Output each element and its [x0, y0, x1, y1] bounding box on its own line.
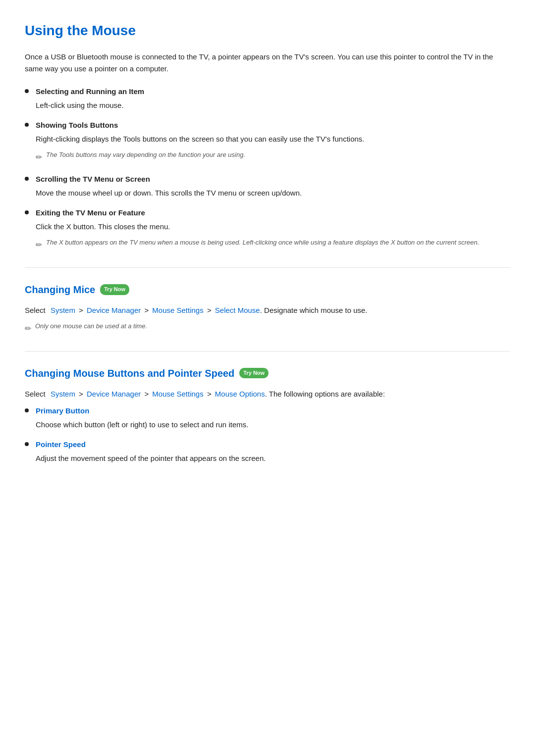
- note-changing-mice: ✏ Only one mouse can be used at a time.: [25, 321, 510, 335]
- changing-mice-title: Changing Mice Try Now: [25, 282, 510, 298]
- bullet-dot: [25, 89, 29, 93]
- bullet-content-3: Scrolling the TV Menu or Screen Move the…: [36, 173, 510, 199]
- bullet-dot-2: [25, 123, 29, 127]
- note-text-3: Only one mouse can be used at a time.: [35, 321, 147, 332]
- nav-suffix-2: . The following options are available:: [265, 390, 385, 398]
- note-text-2: The X button appears on the TV menu when…: [46, 238, 479, 248]
- list-item-primary-button: Primary Button Choose which button (left…: [25, 405, 510, 431]
- list-item-showing-tools: Showing Tools Buttons Right-clicking dis…: [25, 119, 510, 166]
- list-item-exiting: Exiting the TV Menu or Feature Click the…: [25, 207, 510, 253]
- nav-arrow-3: >: [207, 306, 214, 314]
- nav-select-mouse[interactable]: Select Mouse: [215, 306, 260, 314]
- pencil-icon-3: ✏: [25, 322, 31, 335]
- bullet-title-exiting: Exiting the TV Menu or Feature: [36, 207, 510, 219]
- note-text-1: The Tools buttons may vary depending on …: [46, 150, 245, 160]
- list-item-selecting: Selecting and Running an Item Left-click…: [25, 86, 510, 111]
- changing-mouse-buttons-label: Changing Mouse Buttons and Pointer Speed: [25, 365, 234, 381]
- bullet-content-5: Primary Button Choose which button (left…: [36, 405, 510, 431]
- nav-arrow-1: >: [79, 306, 85, 314]
- try-now-badge-1[interactable]: Try Now: [100, 284, 129, 295]
- nav-suffix-1: . Designate which mouse to use.: [260, 306, 368, 314]
- bullet-title-primary-button[interactable]: Primary Button: [36, 405, 510, 417]
- pencil-icon-1: ✏: [36, 151, 42, 164]
- section-divider-2: [25, 351, 510, 352]
- changing-mice-nav: Select System > Device Manager > Mouse S…: [25, 304, 510, 316]
- bullet-body-exiting: Click the X button. This closes the menu…: [36, 222, 170, 231]
- bullet-content-4: Exiting the TV Menu or Feature Click the…: [36, 207, 510, 253]
- nav-system-2[interactable]: System: [51, 390, 75, 398]
- bullet-body-scrolling: Move the mouse wheel up or down. This sc…: [36, 189, 302, 197]
- nav-device-manager-1[interactable]: Device Manager: [87, 306, 141, 314]
- page-title: Using the Mouse: [25, 20, 510, 42]
- bullet-body-pointer-speed: Adjust the movement speed of the pointer…: [36, 454, 266, 462]
- changing-mouse-buttons-title: Changing Mouse Buttons and Pointer Speed…: [25, 365, 510, 381]
- bullet-title-showing: Showing Tools Buttons: [36, 119, 510, 131]
- nav-mouse-options[interactable]: Mouse Options: [215, 390, 265, 398]
- section-changing-mouse-buttons: Changing Mouse Buttons and Pointer Speed…: [25, 365, 510, 464]
- intro-text: Once a USB or Bluetooth mouse is connect…: [25, 51, 510, 75]
- bullet-content: Selecting and Running an Item Left-click…: [36, 86, 510, 111]
- bullet-title-pointer-speed[interactable]: Pointer Speed: [36, 439, 510, 451]
- pencil-icon-2: ✏: [36, 239, 42, 252]
- try-now-badge-2[interactable]: Try Now: [239, 368, 268, 379]
- bullet-title-scrolling: Scrolling the TV Menu or Screen: [36, 173, 510, 185]
- note-showing-tools: ✏ The Tools buttons may vary depending o…: [36, 150, 510, 164]
- nav-mouse-settings-2[interactable]: Mouse Settings: [152, 390, 203, 398]
- list-item-pointer-speed: Pointer Speed Adjust the movement speed …: [25, 439, 510, 464]
- bullet-body-primary-button: Choose which button (left or right) to u…: [36, 420, 248, 429]
- nav-arrow-4: >: [79, 390, 85, 398]
- list-item-scrolling: Scrolling the TV Menu or Screen Move the…: [25, 173, 510, 199]
- section-changing-mice: Changing Mice Try Now Select System > De…: [25, 282, 510, 335]
- changing-mice-label: Changing Mice: [25, 282, 95, 298]
- section-divider-1: [25, 267, 510, 268]
- bullet-body-showing: Right-clicking displays the Tools button…: [36, 135, 365, 143]
- nav-prefix-1: Select: [25, 306, 46, 314]
- nav-mouse-settings-1[interactable]: Mouse Settings: [152, 306, 203, 314]
- bullet-title-selecting: Selecting and Running an Item: [36, 86, 510, 98]
- bullet-dot-5: [25, 408, 29, 412]
- main-bullet-list: Selecting and Running an Item Left-click…: [25, 86, 510, 253]
- mouse-buttons-bullet-list: Primary Button Choose which button (left…: [25, 405, 510, 464]
- bullet-dot-6: [25, 442, 29, 446]
- nav-system-1[interactable]: System: [51, 306, 75, 314]
- nav-arrow-6: >: [207, 390, 214, 398]
- bullet-content-2: Showing Tools Buttons Right-clicking dis…: [36, 119, 510, 166]
- bullet-content-6: Pointer Speed Adjust the movement speed …: [36, 439, 510, 464]
- bullet-body-selecting: Left-click using the mouse.: [36, 101, 124, 109]
- nav-prefix-2: Select: [25, 390, 46, 398]
- nav-arrow-5: >: [144, 390, 151, 398]
- bullet-dot-4: [25, 210, 29, 214]
- note-exiting: ✏ The X button appears on the TV menu wh…: [36, 238, 510, 252]
- changing-mouse-buttons-nav: Select System > Device Manager > Mouse S…: [25, 388, 510, 400]
- nav-device-manager-2[interactable]: Device Manager: [87, 390, 141, 398]
- nav-arrow-2: >: [144, 306, 151, 314]
- bullet-dot-3: [25, 177, 29, 181]
